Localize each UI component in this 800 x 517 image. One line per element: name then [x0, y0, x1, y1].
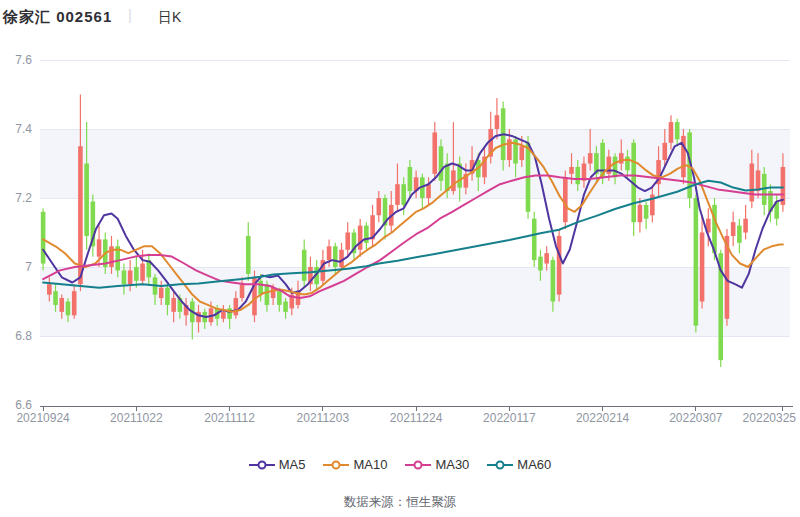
legend-label: MA60	[517, 457, 551, 472]
candle	[694, 195, 699, 333]
ma60-legend-marker-icon	[487, 460, 513, 470]
y-axis-label: 6.6	[15, 398, 32, 412]
candle	[352, 229, 357, 260]
x-axis-label: 20220307	[669, 411, 723, 425]
ma30-legend-marker-icon	[405, 460, 431, 470]
x-axis-label: 20211112	[204, 411, 255, 425]
legend-label: MA5	[279, 457, 306, 472]
candle	[737, 219, 742, 254]
y-axis-label: 7.6	[15, 53, 32, 67]
candle	[681, 129, 686, 184]
ma5-legend-marker-icon	[249, 460, 275, 470]
legend-item-ma10[interactable]: MA10	[323, 457, 387, 472]
x-axis-label: 20220117	[483, 411, 536, 425]
candle	[644, 201, 649, 229]
x-axis-label: 20211203	[297, 411, 350, 425]
candle	[345, 222, 350, 257]
candle	[638, 198, 643, 233]
candle	[364, 222, 369, 250]
candle	[532, 212, 537, 267]
ma10-legend-marker-icon	[323, 460, 349, 470]
x-axis-label: 20211224	[390, 411, 443, 425]
candle	[339, 243, 344, 271]
y-axis-label: 7	[25, 260, 32, 274]
candle	[700, 215, 705, 308]
candle	[762, 167, 767, 215]
x-axis-label: 20211022	[110, 411, 163, 425]
stock-chart-app: 徐家汇 002561 | 日K 202109242021102220211112…	[0, 0, 800, 517]
y-axis-label: 7.2	[15, 191, 32, 205]
candle	[563, 170, 568, 229]
legend-label: MA10	[353, 457, 387, 472]
candle	[743, 205, 748, 240]
candle	[420, 174, 425, 209]
legend-item-ma60[interactable]: MA60	[487, 457, 551, 472]
x-axis-label: 20220325	[743, 411, 797, 425]
y-axis-label: 7.4	[15, 122, 32, 136]
candle	[501, 101, 506, 170]
candle	[91, 195, 96, 257]
candle	[358, 219, 363, 257]
k-chart[interactable]: 2021092420211022202111122021120320211224…	[0, 0, 800, 440]
candle	[383, 195, 388, 240]
candle	[774, 195, 779, 226]
candle	[370, 205, 375, 246]
legend-item-ma5[interactable]: MA5	[249, 457, 306, 472]
y-axis-label: 6.8	[15, 329, 32, 343]
x-axis-label: 20220214	[576, 411, 630, 425]
legend: MA5MA10MA30MA60	[0, 457, 800, 472]
candle	[302, 239, 307, 287]
candle	[631, 139, 636, 236]
legend-label: MA30	[435, 457, 469, 472]
data-source: 数据来源：恒生聚源	[0, 494, 800, 511]
legend-item-ma30[interactable]: MA30	[405, 457, 469, 472]
x-axis-label: 20210924	[16, 411, 70, 425]
candle	[246, 222, 251, 281]
candle	[731, 212, 736, 247]
candle	[557, 229, 562, 301]
plot-band	[40, 267, 790, 336]
candle	[78, 95, 83, 292]
